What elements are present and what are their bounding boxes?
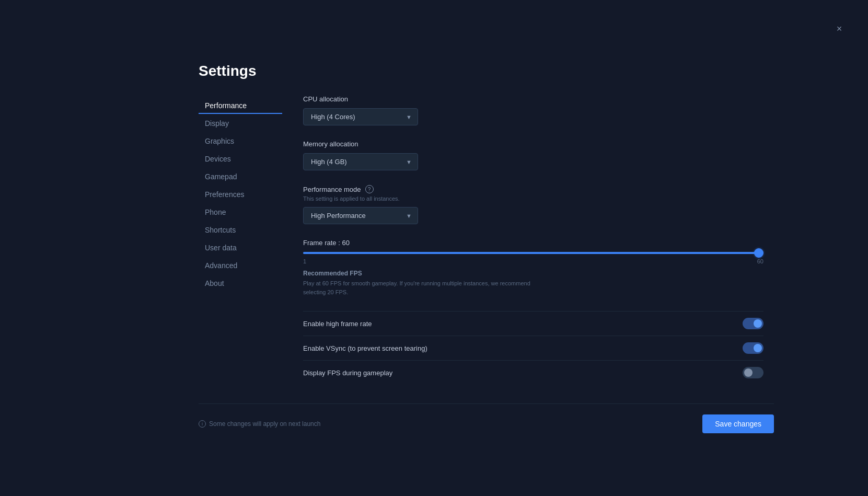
sidebar-item-graphics[interactable]: Graphics: [199, 133, 282, 149]
cpu-allocation-section: CPU allocation Low (1 Core)Medium (2 Cor…: [303, 95, 763, 125]
toggle-high-frame-rate[interactable]: [743, 318, 763, 329]
toggle-label-high-frame-rate: Enable high frame rate: [303, 320, 372, 328]
memory-allocation-label: Memory allocation: [303, 140, 763, 148]
sidebar-item-display[interactable]: Display: [199, 115, 282, 132]
main-content: CPU allocation Low (1 Core)Medium (2 Cor…: [303, 95, 774, 398]
cpu-allocation-wrapper: Low (1 Core)Medium (2 Cores)High (4 Core…: [303, 108, 418, 125]
fps-info-title: Recommended FPS: [303, 270, 763, 277]
toggle-label-vsync: Enable VSync (to prevent screen tearing): [303, 344, 427, 352]
cpu-allocation-select[interactable]: Low (1 Core)Medium (2 Cores)High (4 Core…: [303, 108, 418, 125]
footer-note-text: Some changes will apply on next launch: [209, 420, 320, 428]
slider-track: [303, 252, 763, 254]
settings-body: PerformanceDisplayGraphicsDevicesGamepad…: [199, 95, 774, 398]
sidebar-item-devices[interactable]: Devices: [199, 151, 282, 167]
sidebar-item-preferences[interactable]: Preferences: [199, 186, 282, 203]
toggle-knob-vsync: [754, 344, 762, 352]
sidebar-item-about[interactable]: About: [199, 275, 282, 292]
frame-rate-slider-wrapper: [303, 252, 763, 254]
footer-note: i Some changes will apply on next launch: [199, 420, 320, 428]
toggle-row-vsync: Enable VSync (to prevent screen tearing): [303, 336, 763, 360]
memory-allocation-select[interactable]: Low (1 GB)Medium (2 GB)High (4 GB)Ultra …: [303, 153, 418, 170]
sidebar-item-advanced[interactable]: Advanced: [199, 257, 282, 274]
slider-fill: [303, 252, 763, 254]
toggle-knob-high-frame-rate: [754, 319, 762, 328]
settings-panel: Settings PerformanceDisplayGraphicsDevic…: [199, 63, 774, 433]
toggle-row-display-fps: Display FPS during gameplay: [303, 360, 763, 385]
toggle-rows: Enable high frame rateEnable VSync (to p…: [303, 311, 763, 385]
slider-labels: 1 60: [303, 258, 763, 264]
frame-rate-label: Frame rate : 60: [303, 239, 763, 247]
memory-allocation-wrapper: Low (1 GB)Medium (2 GB)High (4 GB)Ultra …: [303, 153, 418, 170]
performance-mode-wrapper: BalancedHigh PerformanceUltra ▼: [303, 207, 418, 224]
sidebar-item-shortcuts[interactable]: Shortcuts: [199, 222, 282, 238]
fps-info: Recommended FPS Play at 60 FPS for smoot…: [303, 270, 763, 296]
fps-info-desc: Play at 60 FPS for smooth gameplay. If y…: [303, 279, 554, 296]
sidebar-item-performance[interactable]: Performance: [199, 97, 282, 114]
footer-info-icon: i: [199, 420, 206, 428]
sidebar-item-user-data[interactable]: User data: [199, 239, 282, 256]
performance-mode-select[interactable]: BalancedHigh PerformanceUltra: [303, 207, 418, 224]
frame-rate-slider[interactable]: [303, 248, 763, 250]
performance-mode-label-text: Performance mode: [303, 186, 361, 193]
performance-mode-section: Performance mode ? This setting is appli…: [303, 185, 763, 224]
close-button[interactable]: ×: [831, 21, 847, 37]
sidebar-item-gamepad[interactable]: Gamepad: [199, 168, 282, 185]
close-icon: ×: [837, 24, 842, 34]
toggle-label-display-fps: Display FPS during gameplay: [303, 369, 392, 377]
sidebar-nav: PerformanceDisplayGraphicsDevicesGamepad…: [199, 95, 282, 398]
page-title: Settings: [199, 63, 774, 79]
toggle-vsync[interactable]: [743, 342, 763, 354]
cpu-allocation-label: CPU allocation: [303, 95, 763, 103]
performance-mode-label-row: Performance mode ?: [303, 185, 763, 193]
toggle-knob-display-fps: [744, 368, 753, 377]
frame-rate-section: Frame rate : 60 1 60 Recommended FPS Pla…: [303, 239, 763, 296]
performance-mode-subtitle: This setting is applied to all instances…: [303, 195, 763, 202]
performance-mode-help-icon[interactable]: ?: [365, 185, 374, 193]
slider-max-label: 60: [757, 258, 763, 264]
memory-allocation-section: Memory allocation Low (1 GB)Medium (2 GB…: [303, 140, 763, 170]
toggle-row-high-frame-rate: Enable high frame rate: [303, 311, 763, 336]
sidebar-item-phone[interactable]: Phone: [199, 204, 282, 221]
save-changes-button[interactable]: Save changes: [702, 414, 774, 433]
slider-min-label: 1: [303, 258, 306, 264]
footer: i Some changes will apply on next launch…: [199, 403, 774, 433]
toggle-display-fps[interactable]: [743, 367, 763, 378]
